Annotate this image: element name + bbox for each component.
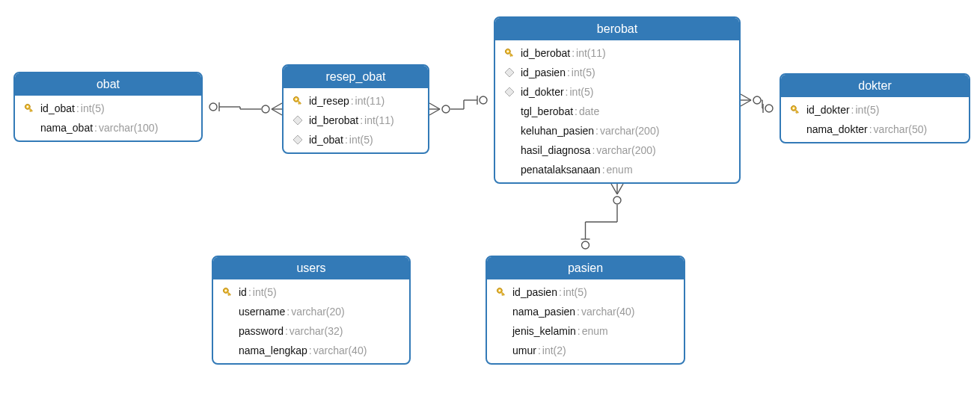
column-row[interactable]: username: varchar(20) [213,302,409,321]
column-row[interactable]: password: varchar(32) [213,321,409,341]
svg-point-0 [209,103,217,111]
blank-icon [503,143,516,157]
column-type: date [579,104,599,119]
svg-line-2 [272,103,282,109]
svg-marker-45 [293,135,302,144]
entity-body: id_berobat: int(11)id_pasien: int(5)id_d… [495,40,739,182]
entity-pasien[interactable]: pasienid_pasien: int(5)nama_pasien: varc… [486,256,685,365]
entity-title: pasien [487,257,684,279]
column-type: varchar(50) [874,122,928,137]
entity-body: id_pasien: int(5)nama_pasien: varchar(40… [487,279,684,363]
primary-key-icon [22,102,36,115]
column-row[interactable]: nama_obat: varchar(100) [15,118,201,137]
column-name: username [239,304,285,319]
column-row[interactable]: id_dokter: int(5) [495,82,739,102]
foreign-key-icon [291,133,304,146]
blank-icon [494,344,508,357]
blank-icon [788,123,802,136]
column-name: nama_pasien [512,304,575,319]
column-name: jenis_kelamin [512,324,576,338]
entity-obat[interactable]: obatid_obat: int(5)nama_obat: varchar(10… [13,72,203,142]
column-type: varchar(32) [290,324,343,338]
column-row[interactable]: id_berobat: int(11) [284,111,428,130]
column-row[interactable]: hasil_diagnosa: varchar(200) [495,140,739,160]
column-type: enum [582,324,608,338]
svg-point-5 [262,105,269,113]
blank-icon [494,305,508,318]
svg-line-11 [429,103,440,109]
entity-title: obat [15,73,201,96]
column-name: id_pasien [512,285,557,300]
column-type: varchar(100) [99,120,158,135]
column-row[interactable]: penatalaksanaan: enum [495,160,739,179]
column-row[interactable]: id_obat: int(5) [15,99,201,118]
column-type: int(5) [349,132,373,147]
column-name: id_resep [309,93,349,108]
entity-body: id_dokter: int(5)nama_dokter: varchar(50… [781,97,969,142]
entity-resep_obat[interactable]: resep_obatid_resep: int(11)id_berobat: i… [282,64,429,154]
foreign-key-icon [503,85,516,99]
column-row[interactable]: nama_dokter: varchar(50) [781,120,969,139]
column-row[interactable]: id_pasien: int(5) [495,63,739,82]
column-row[interactable]: tgl_berobat: date [495,102,739,121]
blank-icon [494,324,508,338]
svg-marker-51 [505,87,514,96]
column-type: int(5) [253,285,277,300]
entity-title: users [213,257,409,279]
column-name: id_berobat [521,46,570,61]
entity-body: id_resep: int(11)id_berobat: int(11)id_o… [284,88,428,152]
column-name: password [239,324,284,338]
column-row[interactable]: nama_lengkap: varchar(40) [213,341,409,360]
column-row[interactable]: keluhan_pasien: varchar(200) [495,121,739,140]
column-type: int(2) [542,343,566,358]
column-type: int(11) [576,46,606,61]
column-name: keluhan_pasien [521,123,594,138]
entity-title: dokter [781,75,969,97]
svg-line-20 [741,94,751,100]
svg-point-14 [442,105,450,113]
blank-icon [221,344,234,357]
column-row[interactable]: nama_pasien: varchar(40) [487,302,684,321]
column-type: int(11) [364,113,394,128]
blank-icon [503,124,516,137]
entity-users[interactable]: usersid: int(5)username: varchar(20)pass… [212,256,411,365]
column-name: nama_obat [40,120,93,135]
column-row[interactable]: umur: int(2) [487,341,684,360]
column-name: id_obat [40,101,75,116]
column-name: umur [512,343,536,358]
svg-line-22 [741,100,751,106]
column-name: hasil_diagnosa [521,143,590,158]
column-row[interactable]: id_berobat: int(11) [495,43,739,63]
svg-marker-50 [505,68,514,77]
erd-canvas: { "entities": { "obat": { "title": "obat… [0,0,980,405]
blank-icon [503,105,516,118]
svg-line-13 [429,109,440,115]
column-type: enum [607,162,633,177]
column-type: int(11) [355,93,385,108]
blank-icon [22,121,36,135]
blank-icon [221,324,234,338]
column-type: varchar(40) [313,343,367,358]
primary-key-icon [788,103,802,117]
entity-berobat[interactable]: berobatid_berobat: int(11)id_pasien: int… [494,16,741,184]
column-row[interactable]: id_dokter: int(5) [781,100,969,120]
entity-dokter[interactable]: dokterid_dokter: int(5)nama_dokter: varc… [780,73,970,143]
column-type: int(5) [855,102,879,117]
column-row[interactable]: id_obat: int(5) [284,130,428,149]
column-type: varchar(200) [600,123,659,138]
column-name: id_obat [309,132,343,147]
svg-point-18 [765,105,773,112]
entity-title: berobat [495,18,739,40]
entity-body: id: int(5)username: varchar(20)password:… [213,279,409,363]
column-row[interactable]: id_resep: int(11) [284,91,428,111]
column-type: varchar(20) [291,304,345,319]
svg-point-9 [480,96,487,104]
primary-key-icon [503,46,516,60]
svg-line-29 [611,184,617,194]
column-row[interactable]: id: int(5) [213,282,409,302]
column-row[interactable]: jenis_kelamin: enum [487,321,684,341]
column-name: id [239,285,247,300]
column-name: penatalaksanaan [521,162,601,177]
column-row[interactable]: id_pasien: int(5) [487,282,684,302]
column-name: id_dokter [521,84,564,99]
